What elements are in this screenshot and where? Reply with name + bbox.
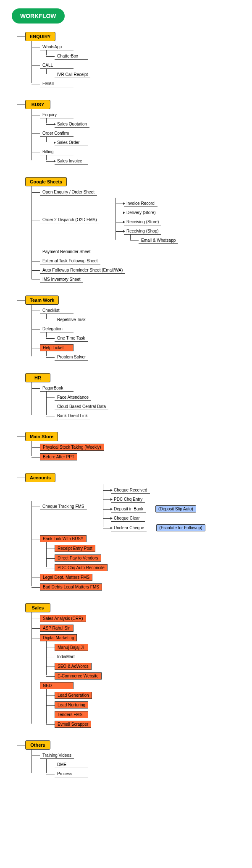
- hr-cloud: Cloud Based Central Data: [55, 403, 108, 410]
- sales-ln: Lead Nurturing: [55, 701, 88, 709]
- busy-sq: Sales Quotation: [55, 121, 89, 128]
- store-phys: Physical Stock Taking (Weekly): [40, 444, 104, 451]
- enquiry-node: ENQUIRY: [25, 32, 55, 41]
- busy-node: BUSY: [25, 100, 50, 109]
- gsheets-node: Google Sheets: [25, 177, 67, 186]
- busy-si: Sales Invoice: [55, 158, 88, 165]
- acc-pdc: PDC Chq Entry: [111, 496, 145, 503]
- oth-dme: DME: [55, 761, 88, 768]
- gs-o2d: Order 2 Dispatch (O2D FMS): [40, 217, 99, 223]
- acc-cr: Cheque Received: [111, 487, 150, 494]
- acc-eff: (Escalate for Followup): [156, 524, 205, 531]
- gs-auto: Auto Followup Reminder Sheet (Email/WA): [40, 267, 125, 274]
- gs-pay: Payment Reminder Sheet: [40, 248, 93, 255]
- ivr-leaf: IVR Call Receipt: [55, 71, 90, 78]
- others-node: Others: [25, 740, 50, 750]
- sales-dm: Digital Marketing: [40, 634, 77, 641]
- team-one: One Time Task: [55, 335, 88, 342]
- call-leaf: CALL: [40, 62, 74, 69]
- sales-seo: SEO & AdWords: [55, 663, 92, 670]
- hr-node: HR: [25, 373, 50, 382]
- store-node: Main Store: [25, 432, 58, 441]
- gs-recst: Receiving (Store): [124, 219, 161, 225]
- hr-bank: Bank Direct Link: [55, 413, 90, 419]
- team-help: Help Ticket: [40, 344, 74, 351]
- acc-uc: Unclear Cheque: [111, 525, 147, 531]
- acc-dib: Deposit in Bank: [111, 506, 146, 512]
- acc-par: PDC Chq Auto Reconcile: [55, 564, 108, 571]
- gs-open: Open Enquiry / Order Sheet: [40, 189, 97, 196]
- sales-node: Sales: [25, 603, 50, 612]
- oth-tv: Training Videos: [40, 752, 74, 759]
- gs-del: Delivery (Store): [124, 209, 158, 216]
- acc-blb: Bank Link With BUSY: [40, 535, 87, 542]
- busy-so: Sales Order: [55, 139, 88, 146]
- email-leaf: EMAIL: [40, 81, 74, 87]
- busy-enq: Enquiry: [40, 112, 74, 118]
- accounts-node: Accounts: [25, 473, 55, 482]
- acc-cc: Cheque Clear: [111, 515, 145, 522]
- gs-ewa: Email & Whatsapp: [139, 237, 178, 244]
- store-ba: Before After PPT: [40, 453, 77, 460]
- team-prob: Problem Solver: [55, 354, 88, 361]
- busy-bill: Billing: [40, 149, 74, 155]
- sales-mb: Manuj Bajaj Ji: [55, 644, 88, 651]
- gs-inv: Invoice Record: [124, 200, 158, 207]
- tree-root: ENQUIRY WhatsApp ChatterBox CALL IVR Cal…: [8, 32, 244, 777]
- gs-recsh: Receiving (Shop): [124, 228, 161, 235]
- acc-bad: Bad Debts Legal Matters FMS: [40, 583, 102, 591]
- root-node: WORKFLOW: [12, 8, 65, 24]
- acc-dsa: (Deposit Slip Auto): [155, 505, 196, 512]
- acc-ctfms: Cheque Tracking FMS: [40, 503, 87, 510]
- acc-legal: Legal Dept. Matters FMS: [40, 574, 92, 581]
- gs-ext: External Task Followup Sheet: [40, 258, 100, 264]
- sales-asp: ASP Rahul Sir: [40, 625, 74, 632]
- sales-nbd: NBD: [40, 682, 74, 689]
- sales-tf: Tenders FMS: [55, 711, 88, 718]
- whatsapp-leaf: WhatsApp: [40, 44, 74, 50]
- gs-ims: IMS Inventory Sheet: [40, 276, 83, 283]
- acc-dpv: Direct Pay to Vendors: [55, 554, 101, 562]
- sales-im: IndiaMart: [55, 654, 88, 660]
- sales-es: Evmail Scrapper: [55, 721, 91, 728]
- chatterbox-leaf: ChatterBox: [55, 53, 88, 60]
- oth-proc: Process: [55, 771, 88, 777]
- hr-pagar: PagarBook: [40, 385, 74, 392]
- busy-oc: Order Confirm: [40, 130, 74, 137]
- team-rep: Repetitive Task: [55, 316, 88, 323]
- sales-ec: E-Commerce Website: [55, 672, 102, 680]
- team-check: Checklist: [40, 307, 74, 314]
- sales-sa: Sales Analysis (CRR): [40, 615, 86, 622]
- team-del: Delegation: [40, 326, 74, 332]
- team-node: Team Work: [25, 295, 59, 305]
- hr-face: Face Attendance: [55, 394, 91, 401]
- acc-rep: Receipt Entry Post: [55, 545, 95, 552]
- sales-lg: Lead Generation: [55, 692, 92, 699]
